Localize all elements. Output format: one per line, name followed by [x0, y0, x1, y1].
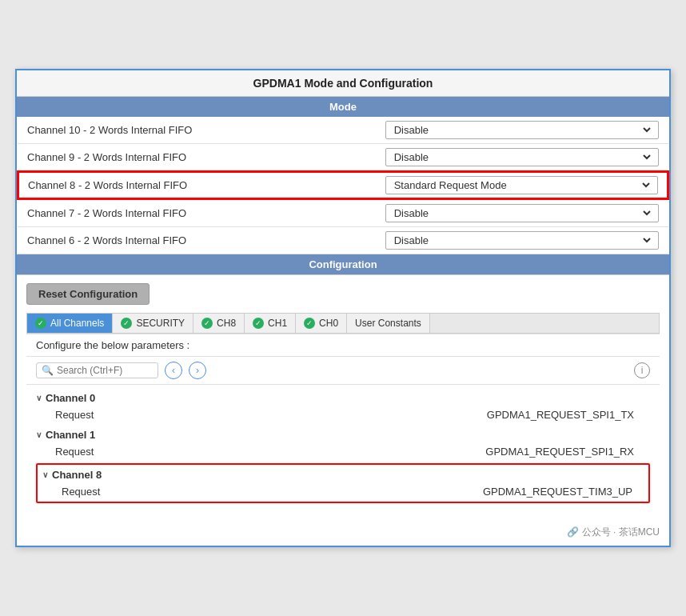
tab-check-icon	[201, 318, 213, 329]
tab-check-icon	[121, 318, 132, 329]
reset-config-button[interactable]: Reset Configuration	[26, 283, 150, 305]
search-input[interactable]	[57, 365, 153, 376]
tab-ch0[interactable]: CH0	[296, 314, 347, 333]
mode-select[interactable]: Disable Disable Standard Request Mode	[391, 234, 653, 247]
param-label: Request	[62, 486, 158, 498]
param-label: Request	[55, 409, 151, 421]
tab-all-channels[interactable]: All Channels	[27, 314, 113, 333]
main-panel: GPDMA1 Mode and Configuration Mode Chann…	[15, 69, 671, 547]
mode-row-label: Channel 7 - 2 Words Internal FIFO	[18, 199, 376, 227]
tab-label: CH8	[217, 318, 236, 329]
params-label: Configure the below parameters :	[26, 334, 660, 357]
channel-name: Channel 0	[46, 392, 95, 404]
search-input-wrap: 🔍	[36, 362, 158, 378]
channel-name: Channel 1	[46, 429, 95, 441]
channel-group: ∨Channel 0 Request GPDMA1_REQUEST_SPI1_T…	[36, 390, 650, 423]
mode-row-value[interactable]: Disable Disable Standard Request Mode	[376, 227, 668, 254]
mode-row-label: Channel 9 - 2 Words Internal FIFO	[18, 144, 376, 172]
tab-check-icon	[304, 318, 315, 329]
param-value: GPDMA1_REQUEST_TIM3_UP	[483, 486, 648, 498]
tab-check-icon	[253, 318, 264, 329]
tab-ch8[interactable]: CH8	[193, 314, 245, 333]
mode-row-value[interactable]: Standard Request Mode Disable Standard R…	[376, 171, 668, 199]
mode-row-label: Channel 6 - 2 Words Internal FIFO	[18, 227, 376, 254]
mode-row: Channel 8 - 2 Words Internal FIFO Standa…	[18, 171, 668, 199]
tab-check-icon	[35, 318, 46, 329]
channel-group: ∨Channel 1 Request GPDMA1_REQUEST_SPI1_R…	[36, 426, 650, 460]
config-section: Reset Configuration All ChannelsSECURITY…	[17, 274, 669, 519]
mode-select[interactable]: Disable Disable Standard Request Mode	[391, 206, 653, 220]
chevron-icon: ∨	[36, 394, 42, 402]
tabs-bar: All ChannelsSECURITYCH8CH1CH0User Consta…	[26, 313, 660, 334]
info-icon[interactable]: i	[634, 362, 650, 378]
param-row: Request GPDMA1_REQUEST_SPI1_TX	[36, 406, 650, 423]
channel-group-highlighted: ∨Channel 8 Request GPDMA1_REQUEST_TIM3_U…	[36, 463, 650, 503]
param-value: GPDMA1_REQUEST_SPI1_RX	[485, 446, 650, 458]
mode-select[interactable]: Disable Disable Standard Request Mode	[391, 123, 653, 137]
tab-label: CH0	[319, 318, 338, 329]
mode-row: Channel 7 - 2 Words Internal FIFO Disabl…	[18, 199, 668, 227]
mode-row-value[interactable]: Disable Disable Standard Request Mode	[376, 117, 668, 144]
param-row: Request GPDMA1_REQUEST_SPI1_RX	[36, 443, 650, 460]
mode-table: Channel 10 - 2 Words Internal FIFO Disab…	[17, 117, 669, 254]
tab-label: SECURITY	[136, 318, 185, 329]
config-section-header: Configuration	[17, 254, 669, 274]
channel-name: Channel 8	[52, 469, 102, 481]
tab-label: All Channels	[50, 318, 104, 329]
tab-security[interactable]: SECURITY	[113, 314, 193, 333]
param-label: Request	[55, 446, 151, 458]
nav-next-button[interactable]: ›	[189, 362, 206, 379]
mode-row: Channel 6 - 2 Words Internal FIFO Disabl…	[18, 227, 668, 254]
chevron-icon: ∨	[36, 430, 42, 439]
tab-user-constants[interactable]: User Constants	[347, 314, 430, 333]
tab-ch1[interactable]: CH1	[245, 314, 296, 333]
nav-prev-button[interactable]: ‹	[165, 362, 182, 379]
mode-section-header: Mode	[17, 97, 669, 117]
mode-row: Channel 10 - 2 Words Internal FIFO Disab…	[18, 117, 668, 144]
tab-label: User Constants	[355, 318, 421, 329]
mode-row-value[interactable]: Disable Disable Standard Request Mode	[376, 144, 668, 172]
param-value: GPDMA1_REQUEST_SPI1_TX	[487, 409, 650, 421]
tab-label: CH1	[268, 318, 287, 329]
channel-header[interactable]: ∨Channel 0	[36, 390, 650, 406]
mode-row-label: Channel 8 - 2 Words Internal FIFO	[18, 171, 376, 199]
params-body: ∨Channel 0 Request GPDMA1_REQUEST_SPI1_T…	[26, 385, 660, 511]
panel-title: GPDMA1 Mode and Configuration	[17, 70, 669, 97]
mode-select[interactable]: Disable Disable Standard Request Mode	[391, 150, 653, 164]
channel-header[interactable]: ∨Channel 8	[38, 466, 648, 483]
search-bar: 🔍 ‹ › i	[26, 357, 660, 385]
channel-header[interactable]: ∨Channel 1	[36, 426, 650, 443]
mode-row: Channel 9 - 2 Words Internal FIFO Disabl…	[18, 144, 668, 172]
mode-row-value[interactable]: Disable Disable Standard Request Mode	[376, 199, 668, 227]
param-row: Request GPDMA1_REQUEST_TIM3_UP	[38, 483, 648, 500]
mode-row-label: Channel 10 - 2 Words Internal FIFO	[18, 117, 376, 144]
search-icon: 🔍	[42, 365, 54, 376]
watermark: 🔗 公众号 · 茶话MCU	[17, 519, 669, 546]
chevron-icon: ∨	[42, 470, 48, 479]
mode-select[interactable]: Standard Request Mode Disable Standard R…	[391, 178, 652, 192]
